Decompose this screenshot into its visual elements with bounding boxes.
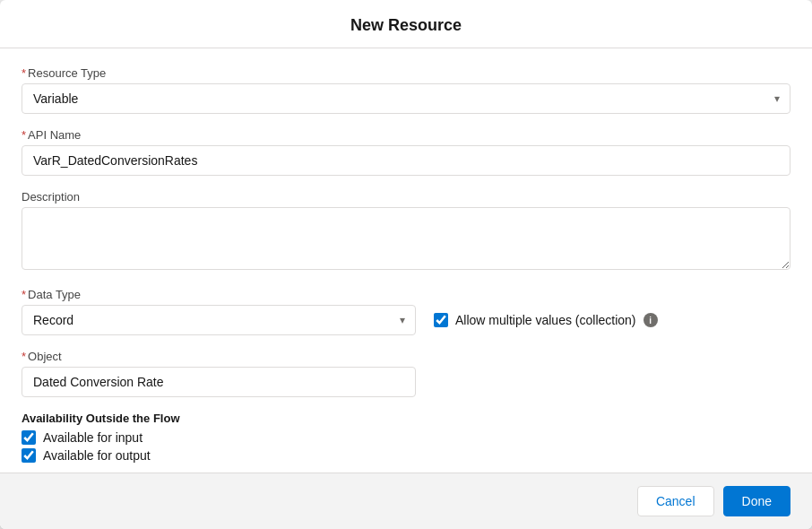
- availability-section: Availability Outside the Flow Available …: [22, 412, 790, 463]
- modal-footer: Cancel Done: [0, 473, 812, 529]
- available-for-output-item: Available for output: [22, 448, 790, 463]
- allow-multiple-label: Allow multiple values (collection): [455, 313, 636, 327]
- object-group: *Object: [22, 350, 790, 397]
- description-group: Description: [22, 190, 790, 273]
- description-label: Description: [22, 190, 790, 204]
- done-button[interactable]: Done: [723, 486, 790, 516]
- modal-body: *Resource Type Variable Constant Formula…: [0, 48, 812, 473]
- description-textarea[interactable]: [22, 207, 790, 270]
- api-name-input[interactable]: [22, 145, 790, 176]
- data-type-select-wrapper: Record Text Number Currency Boolean Date…: [22, 305, 416, 335]
- resource-type-label: *Resource Type: [22, 66, 790, 80]
- required-star-api: *: [22, 128, 26, 142]
- allow-multiple-checkbox[interactable]: [434, 313, 448, 327]
- api-name-label: *API Name: [22, 128, 790, 142]
- required-star-dt: *: [22, 288, 26, 301]
- data-type-label: *Data Type: [22, 288, 790, 301]
- new-resource-modal: New Resource *Resource Type Variable Con…: [0, 0, 812, 529]
- modal-title: New Resource: [18, 16, 794, 35]
- resource-type-select-wrapper: Variable Constant Formula Stage Choice ▾: [22, 83, 790, 114]
- resource-type-group: *Resource Type Variable Constant Formula…: [22, 66, 790, 114]
- required-star: *: [22, 66, 26, 80]
- available-for-input-checkbox[interactable]: [22, 430, 36, 445]
- available-for-input-label: Available for input: [43, 430, 143, 445]
- available-for-input-item: Available for input: [22, 430, 790, 445]
- api-name-group: *API Name: [22, 128, 790, 176]
- modal-header: New Resource: [0, 0, 812, 48]
- available-for-output-label: Available for output: [43, 448, 151, 463]
- available-for-output-checkbox[interactable]: [22, 448, 36, 463]
- data-type-group: *Data Type Record Text Number Currency B…: [22, 288, 790, 335]
- info-icon[interactable]: i: [644, 313, 658, 327]
- required-star-obj: *: [22, 350, 26, 363]
- data-type-select[interactable]: Record Text Number Currency Boolean Date…: [22, 305, 416, 335]
- data-type-row: Record Text Number Currency Boolean Date…: [22, 305, 790, 335]
- object-label: *Object: [22, 350, 790, 363]
- object-input[interactable]: [22, 367, 416, 397]
- resource-type-select[interactable]: Variable Constant Formula Stage Choice: [22, 83, 790, 114]
- availability-title: Availability Outside the Flow: [22, 412, 790, 425]
- allow-multiple-group: Allow multiple values (collection) i: [434, 313, 658, 327]
- cancel-button[interactable]: Cancel: [637, 486, 714, 516]
